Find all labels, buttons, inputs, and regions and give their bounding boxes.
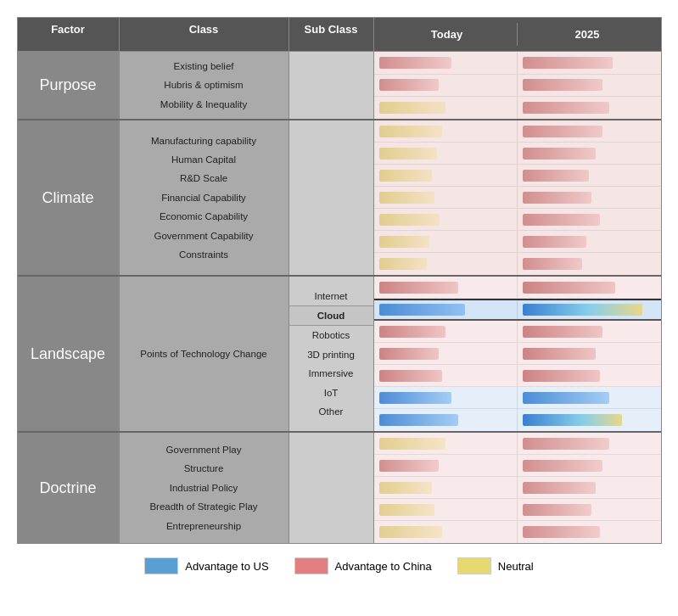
climate-bar-today-7 — [374, 253, 518, 275]
doctrine-bar-today-3 — [374, 477, 518, 498]
legend-us-color — [144, 557, 178, 574]
climate-bar-today-5 — [374, 209, 518, 230]
landscape-bar-2025-4 — [518, 343, 661, 364]
landscape-bar-2025-7 — [518, 409, 661, 431]
landscape-bar-today-6 — [374, 387, 518, 408]
doctrine-bar-2025-2 — [518, 455, 661, 476]
legend-us: Advantage to US — [144, 557, 268, 574]
legend-neutral-color — [457, 557, 491, 574]
legend-us-label: Advantage to US — [185, 560, 268, 573]
landscape-sub-2: Cloud — [289, 305, 373, 326]
doctrine-classes: Government Play Structure Industrial Pol… — [120, 433, 289, 543]
doctrine-class-1: Government Play — [163, 440, 245, 459]
climate-class-2: Human Capital — [168, 150, 239, 169]
landscape-bar-2025-1 — [518, 277, 661, 298]
purpose-bar-2025-3 — [518, 97, 661, 119]
class-header: Class — [120, 18, 289, 51]
climate-classes: Manufacturing capability Human Capital R… — [120, 120, 289, 275]
climate-bar-today-4 — [374, 187, 518, 208]
climate-subclass — [289, 120, 374, 275]
landscape-bars — [374, 277, 661, 431]
climate-bar-2025-2 — [518, 143, 661, 164]
doctrine-class-2: Structure — [181, 459, 227, 478]
doctrine-class-5: Entrepreneurship — [163, 517, 244, 535]
purpose-class-3: Mobility & Inequality — [157, 95, 250, 114]
climate-factor: Climate — [18, 120, 120, 275]
factor-header: Factor — [18, 18, 120, 51]
landscape-sub-1: Internet — [311, 287, 351, 305]
purpose-class-1: Existing belief — [171, 57, 238, 76]
landscape-bar-today-cloud — [374, 300, 518, 319]
subclass-header: Sub Class — [289, 18, 374, 51]
doctrine-class-4: Breadth of Strategic Play — [146, 497, 261, 516]
purpose-section: Purpose Existing belief Hubris & optimis… — [18, 51, 661, 119]
landscape-sub-3: Robotics — [309, 326, 354, 344]
doctrine-factor: Doctrine — [18, 433, 120, 543]
purpose-bar-2025-2 — [518, 75, 661, 96]
doctrine-bars — [374, 433, 661, 543]
doctrine-bar-today-5 — [374, 521, 518, 543]
climate-bar-today-6 — [374, 231, 518, 252]
doctrine-bar-2025-3 — [518, 477, 661, 498]
today-header: Today — [378, 23, 518, 46]
climate-bars — [374, 120, 661, 275]
landscape-bar-2025-5 — [518, 365, 661, 386]
purpose-bar-today-1 — [374, 53, 518, 74]
climate-class-3: R&D Scale — [177, 169, 231, 188]
landscape-sub-5: Immersive — [305, 364, 356, 383]
landscape-class-cell: Points of Technology Change — [120, 277, 289, 431]
doctrine-bar-today-4 — [374, 499, 518, 520]
purpose-factor: Purpose — [18, 52, 120, 119]
legend-neutral-label: Neutral — [498, 560, 534, 573]
purpose-bar-today-3 — [374, 97, 518, 119]
climate-bar-2025-6 — [518, 231, 661, 252]
doctrine-bar-2025-4 — [518, 499, 661, 520]
climate-class-7: Constraints — [176, 245, 232, 264]
doctrine-bar-2025-1 — [518, 433, 661, 454]
landscape-sub-6: IoT — [321, 384, 342, 402]
climate-section: Climate Manufacturing capability Human C… — [18, 119, 661, 275]
landscape-class-1: Points of Technology Change — [137, 344, 270, 363]
doctrine-subclass — [289, 433, 374, 543]
doctrine-bar-today-1 — [374, 433, 518, 454]
legend: Advantage to US Advantage to China Neutr… — [144, 557, 533, 574]
landscape-bar-today-4 — [374, 343, 518, 364]
purpose-bars — [374, 52, 661, 119]
legend-neutral: Neutral — [457, 557, 534, 574]
landscape-bar-2025-cloud — [518, 300, 661, 319]
doctrine-bar-today-2 — [374, 455, 518, 476]
year2025-header: 2025 — [518, 23, 658, 46]
climate-bar-2025-5 — [518, 209, 661, 230]
legend-china: Advantage to China — [294, 557, 432, 574]
landscape-bar-today-1 — [374, 277, 518, 298]
landscape-factor: Landscape — [18, 277, 120, 431]
main-chart: Factor Class Sub Class Today 2025 Purpos… — [17, 17, 662, 544]
landscape-bar-today-3 — [374, 321, 518, 342]
climate-bar-today-3 — [374, 165, 518, 186]
landscape-subclasses: Internet Cloud Robotics 3D printing Imme… — [289, 277, 374, 431]
landscape-bar-today-7 — [374, 409, 518, 431]
climate-class-5: Economic Capability — [156, 207, 251, 226]
landscape-sub-7: Other — [316, 402, 347, 421]
landscape-bar-2025-6 — [518, 387, 661, 408]
legend-china-label: Advantage to China — [335, 560, 432, 573]
legend-china-color — [294, 557, 328, 574]
landscape-bar-today-5 — [374, 365, 518, 386]
landscape-sub-4: 3D printing — [304, 345, 358, 364]
climate-bar-2025-4 — [518, 187, 661, 208]
climate-bar-today-2 — [374, 143, 518, 164]
climate-class-4: Financial Capability — [158, 188, 249, 207]
climate-class-1: Manufacturing capability — [148, 132, 260, 150]
doctrine-section: Doctrine Government Play Structure Indus… — [18, 431, 661, 543]
purpose-subclass — [289, 52, 374, 119]
purpose-bar-2025-1 — [518, 53, 661, 74]
climate-bar-today-1 — [374, 120, 518, 142]
landscape-bar-2025-3 — [518, 321, 661, 342]
climate-bar-2025-1 — [518, 120, 661, 142]
climate-bar-2025-3 — [518, 165, 661, 186]
purpose-bar-today-2 — [374, 75, 518, 96]
climate-class-6: Government Capability — [151, 227, 257, 245]
landscape-section: Landscape Points of Technology Change In… — [18, 275, 661, 431]
climate-bar-2025-7 — [518, 253, 661, 275]
doctrine-class-3: Industrial Policy — [166, 479, 242, 497]
